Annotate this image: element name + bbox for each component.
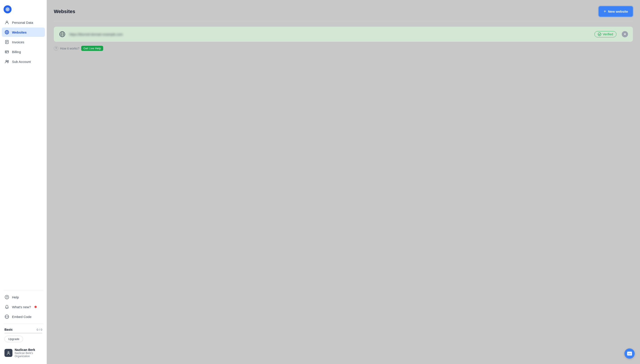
plan-section: Basic 0 / 0 Upgrade xyxy=(2,326,45,344)
sidebar-divider xyxy=(4,290,43,290)
sidebar-item-label: Billing xyxy=(12,50,21,54)
page-title: Websites xyxy=(54,9,75,14)
help-icon: ? xyxy=(5,295,9,300)
sidebar-item-invoices[interactable]: Invoices xyxy=(2,37,45,47)
chat-bubble-button[interactable] xyxy=(624,348,635,359)
svg-text:?: ? xyxy=(6,296,8,299)
sidebar-item-billing[interactable]: Billing xyxy=(2,47,45,56)
embed-icon xyxy=(5,314,9,319)
sidebar-item-label: What's new? xyxy=(12,305,31,309)
sidebar-item-whats-new[interactable]: What's new? xyxy=(2,302,45,312)
plus-icon: + xyxy=(603,9,606,14)
logo-icon xyxy=(4,5,12,13)
new-website-button[interactable]: + New website xyxy=(599,6,633,17)
user-org: Nazlican Berk's Organization xyxy=(15,352,42,358)
sidebar-item-label: Help xyxy=(12,295,19,299)
app-logo[interactable] xyxy=(0,4,47,18)
person-icon xyxy=(5,20,9,25)
svg-rect-15 xyxy=(6,52,7,53)
sidebar-item-label: Websites xyxy=(12,30,27,34)
sub-account-icon xyxy=(5,59,9,64)
new-website-label: New website xyxy=(608,10,628,13)
globe-icon xyxy=(5,30,9,35)
verified-badge: Verified xyxy=(594,31,616,37)
user-info: Nazlican Berk Nazlican Berk's Organizati… xyxy=(15,348,42,358)
page-header: Websites + New website xyxy=(54,6,633,17)
svg-point-16 xyxy=(6,60,7,62)
main-content: Websites + New website https://blurred-d… xyxy=(47,0,640,364)
sidebar-item-help[interactable]: ? Help xyxy=(2,292,45,302)
plan-title: Basic xyxy=(5,328,13,331)
plan-progress-bar xyxy=(5,333,42,334)
user-name: Nazlican Berk xyxy=(15,348,42,352)
svg-point-30 xyxy=(629,354,630,354)
header-divider xyxy=(54,21,633,21)
invoice-icon xyxy=(5,40,9,44)
plan-count: 0 / 0 xyxy=(37,328,42,331)
website-card: https://blurred-domain-example.com Verif… xyxy=(54,27,633,42)
website-globe-icon xyxy=(59,31,66,38)
sidebar-divider-2 xyxy=(4,324,43,324)
verified-label: Verified xyxy=(603,32,613,36)
notification-dot xyxy=(35,306,37,308)
svg-point-31 xyxy=(630,354,631,354)
billing-icon xyxy=(5,49,9,54)
sidebar-item-label: Sub Account xyxy=(12,60,31,64)
sidebar-item-personal-data[interactable]: Personal Data xyxy=(2,18,45,27)
close-website-button[interactable]: ✕ xyxy=(622,31,628,37)
svg-rect-13 xyxy=(5,51,9,53)
sidebar: Personal Data Websites xyxy=(0,0,47,364)
sidebar-item-label: Personal Data xyxy=(12,21,33,24)
sidebar-item-label: Embed Code xyxy=(12,315,32,319)
sidebar-item-embed-code[interactable]: Embed Code xyxy=(2,312,45,321)
website-url: https://blurred-domain-example.com xyxy=(69,32,591,36)
svg-point-17 xyxy=(8,61,9,62)
sidebar-item-sub-account[interactable]: Sub Account xyxy=(2,57,45,66)
avatar xyxy=(5,349,13,357)
svg-line-18 xyxy=(9,60,9,61)
upgrade-button[interactable]: Upgrade xyxy=(5,336,23,342)
main-nav: Personal Data Websites xyxy=(0,18,47,288)
get-live-help-button[interactable]: Get Live Help xyxy=(81,46,103,51)
how-it-works-text: How it works? xyxy=(60,47,79,50)
how-it-works: ? How it works? Get Live Help xyxy=(54,46,633,51)
svg-point-2 xyxy=(7,9,8,10)
how-icon: ? xyxy=(54,46,58,51)
sidebar-item-websites[interactable]: Websites xyxy=(2,28,45,37)
sidebar-item-label: Invoices xyxy=(12,40,24,44)
svg-point-28 xyxy=(598,33,601,36)
bell-icon xyxy=(5,304,9,309)
sidebar-bottom: ? Help What's new? xyxy=(0,288,47,360)
user-profile[interactable]: Nazlican Berk Nazlican Berk's Organizati… xyxy=(2,345,45,360)
svg-point-29 xyxy=(628,354,629,354)
